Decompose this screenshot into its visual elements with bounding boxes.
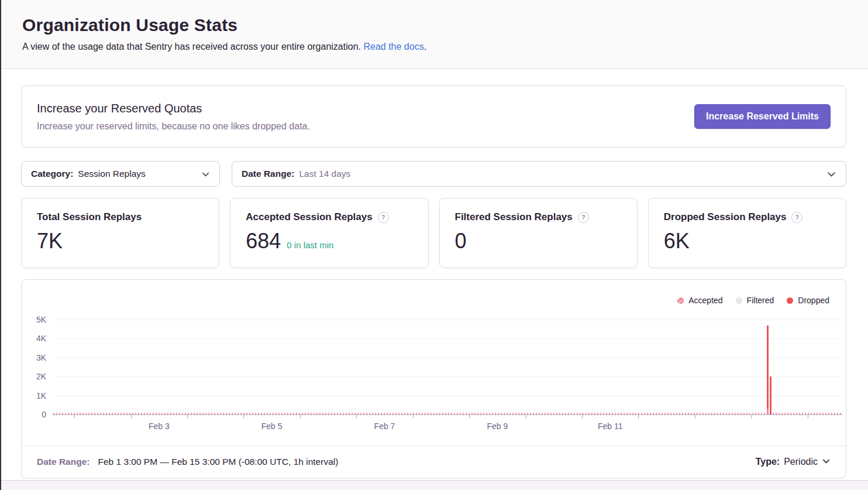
page-subtitle-text: A view of the usage data that Sentry has… [22, 42, 363, 52]
dropped-series-dot-icon [787, 297, 793, 304]
y-axis-tick-label: 5K [19, 314, 46, 325]
y-axis-tick-label: 1K [19, 390, 46, 401]
x-axis-tick [131, 415, 132, 419]
legend-item-filtered[interactable]: Filtered [736, 296, 774, 305]
chart-footer-date-range-label: Date Range: [37, 457, 89, 467]
filtered-series-dot-icon [736, 297, 742, 304]
filter-row: Category: Session Replays Date Range: La… [21, 161, 846, 187]
chevron-down-icon [822, 457, 831, 468]
stat-card-title-text: Accepted Session Replays [246, 211, 372, 223]
dropped-series-bar [767, 325, 769, 409]
accepted-series-baseline [53, 413, 843, 414]
usage-chart-card: Accepted Filtered Dropped 01K2K3K4K5KFeb… [21, 279, 846, 478]
date-range-select[interactable]: Date Range: Last 14 days [232, 161, 846, 187]
main-content: Increase your Reserved Quotas Increase y… [0, 70, 868, 480]
chart-type-select[interactable]: Type: Periodic [756, 457, 831, 468]
chart-footer: Date Range: Feb 1 3:00 PM — Feb 15 3:00 … [22, 446, 846, 478]
chart-type-value: Periodic [784, 457, 818, 467]
legend-label: Accepted [688, 296, 722, 305]
date-range-select-value: Last 14 days [299, 169, 350, 179]
x-axis-tick [356, 415, 357, 419]
stat-card-filtered: Filtered Session Replays ? 0 [439, 198, 638, 268]
help-icon[interactable]: ? [578, 212, 589, 223]
legend-label: Filtered [747, 296, 774, 305]
x-axis-tick-label: Feb 3 [136, 422, 182, 431]
x-axis-tick [695, 415, 695, 419]
chart-gridline [53, 376, 843, 377]
x-axis-line [52, 414, 843, 415]
legend-item-accepted[interactable]: Accepted [677, 296, 722, 305]
chart-gridline [53, 396, 843, 396]
x-axis-tick [638, 415, 639, 419]
x-axis-tick [751, 415, 752, 419]
stat-card-title: Total Session Replays [37, 211, 204, 223]
x-axis-tick [74, 415, 75, 419]
stat-card-title-text: Total Session Replays [37, 211, 142, 223]
chart-legend: Accepted Filtered Dropped [677, 296, 829, 305]
x-axis-tick-label: Feb 7 [361, 422, 408, 431]
stat-card-value: 0 [455, 231, 467, 252]
chevron-down-icon [826, 169, 836, 179]
stat-card-subtext: 0 in last min [287, 240, 333, 250]
stat-card-title: Dropped Session Replays ? [664, 211, 831, 223]
page-subtitle: A view of the usage data that Sentry has… [22, 42, 846, 52]
chart-gridline [53, 338, 843, 339]
stat-cards-row: Total Session Replays 7K Accepted Sessio… [21, 198, 846, 268]
legend-label: Dropped [798, 296, 829, 305]
date-range-select-label: Date Range: [242, 169, 294, 179]
chart-type-label: Type: [756, 457, 780, 467]
stat-card-title-text: Filtered Session Replays [455, 211, 573, 223]
x-axis-tick-label: Feb 9 [474, 422, 521, 431]
chart-gridline [53, 320, 843, 320]
dropped-series-bar [770, 376, 771, 414]
reserved-quotas-title: Increase your Reserved Quotas [37, 102, 310, 115]
stat-card-value: 7K [37, 231, 63, 252]
reserved-quotas-text: Increase your Reserved Quotas Increase y… [37, 102, 310, 132]
stat-card-title: Accepted Session Replays ? [246, 211, 412, 223]
page-title: Organization Usage Stats [22, 15, 846, 35]
x-axis-tick [243, 415, 244, 419]
help-icon[interactable]: ? [791, 212, 802, 223]
legend-item-dropped[interactable]: Dropped [787, 296, 829, 305]
x-axis-tick [808, 415, 808, 419]
x-axis-tick [187, 415, 188, 419]
read-the-docs-link[interactable]: Read the docs [363, 42, 423, 52]
chevron-down-icon [201, 170, 210, 179]
chart-footer-date-range: Date Range: Feb 1 3:00 PM — Feb 15 3:00 … [37, 457, 338, 467]
x-axis-tick-label: Feb 11 [587, 422, 633, 431]
content-left-border [0, 0, 1, 490]
accepted-series-bar [767, 409, 769, 414]
stat-card-value: 6K [664, 231, 690, 252]
reserved-quotas-card: Increase your Reserved Quotas Increase y… [21, 85, 846, 148]
increase-reserved-limits-button[interactable]: Increase Reserved Limits [694, 104, 831, 129]
category-select-label: Category: [31, 169, 73, 179]
x-axis-tick-label: Feb 5 [249, 422, 295, 431]
stat-card-value: 684 [246, 231, 281, 252]
x-axis-tick [582, 415, 583, 419]
page-bottom-gutter [0, 480, 868, 490]
page-header: Organization Usage Stats A view of the u… [0, 0, 868, 69]
x-axis-tick [300, 415, 301, 419]
stat-card-title-text: Dropped Session Replays [664, 211, 787, 223]
y-axis-tick-label: 3K [19, 352, 46, 363]
x-axis-tick [413, 415, 414, 419]
chart-gridline [53, 358, 843, 358]
reserved-quotas-description: Increase your reserved limits, because n… [37, 121, 310, 132]
chart-plot[interactable]: 01K2K3K4K5KFeb 3Feb 5Feb 7Feb 9Feb 11 [53, 320, 843, 414]
stat-card-accepted: Accepted Session Replays ? 684 0 in last… [230, 198, 428, 268]
stat-card-total: Total Session Replays 7K [21, 198, 219, 268]
x-axis-tick [469, 415, 470, 419]
category-select[interactable]: Category: Session Replays [21, 161, 220, 187]
page-subtitle-period: . [424, 42, 426, 52]
help-icon[interactable]: ? [378, 212, 389, 223]
stat-card-title: Filtered Session Replays ? [455, 211, 622, 223]
accepted-series-dot-icon [677, 297, 684, 304]
y-axis-tick-label: 4K [19, 333, 46, 344]
category-select-value: Session Replays [78, 169, 145, 179]
stat-card-dropped: Dropped Session Replays ? 6K [648, 198, 846, 268]
y-axis-tick-label: 0 [19, 409, 46, 420]
y-axis-tick-label: 2K [19, 371, 46, 382]
x-axis-tick [526, 415, 526, 419]
chart-footer-date-range-value: Feb 1 3:00 PM — Feb 15 3:00 PM (-08:00 U… [98, 457, 338, 467]
